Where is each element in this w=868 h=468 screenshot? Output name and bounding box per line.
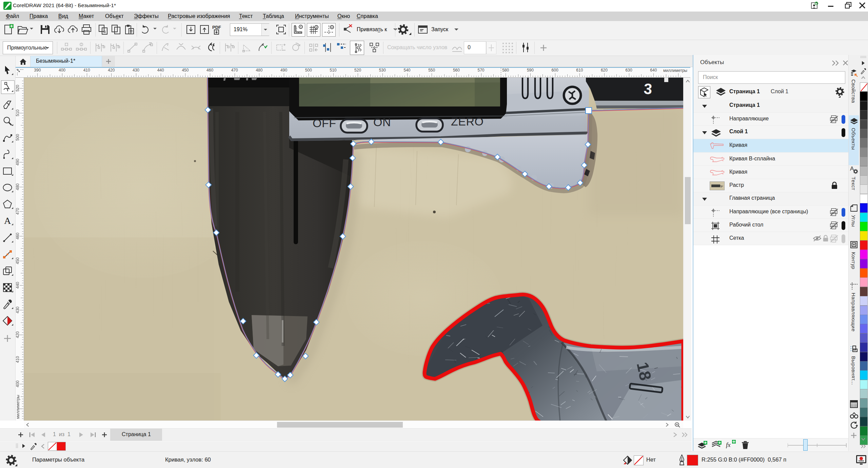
svg-text:PDF: PDF: [212, 25, 221, 30]
svg-text:ZERO: ZERO: [451, 115, 484, 128]
svg-text:ON: ON: [373, 116, 391, 129]
svg-text:A: A: [4, 215, 11, 226]
svg-text:OFF: OFF: [313, 117, 336, 130]
svg-text:18: 18: [633, 360, 655, 382]
svg-text:3: 3: [643, 80, 653, 97]
